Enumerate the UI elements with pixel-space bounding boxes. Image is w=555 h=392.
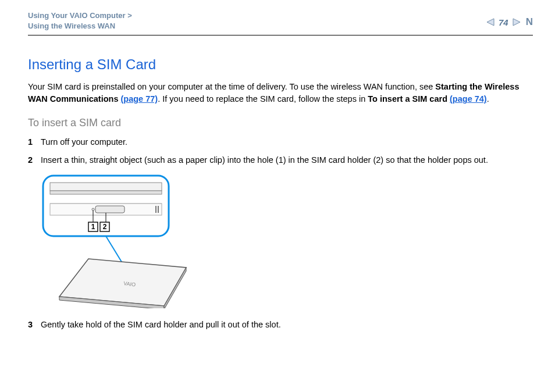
steps-list: 1 Turn off your computer. 2 Insert a thi… xyxy=(28,136,533,166)
step-text: Insert a thin, straight object (such as … xyxy=(41,154,488,166)
next-page-button[interactable] xyxy=(512,18,521,26)
link-insert-sim[interactable]: (page 74) xyxy=(450,94,487,104)
intro-paragraph: Your SIM card is preinstalled on your co… xyxy=(28,81,533,105)
triangle-right-icon xyxy=(512,18,521,26)
step-item: 1 Turn off your computer. xyxy=(28,136,533,148)
steps-list-cont: 3 Gently take hold of the SIM card holde… xyxy=(28,319,533,331)
step-number: 2 xyxy=(28,154,41,166)
svg-rect-4 xyxy=(50,191,162,194)
intro-text2: . If you need to replace the SIM card, f… xyxy=(158,94,368,104)
sim-card-diagram: 1 2 VAIO xyxy=(42,174,193,308)
breadcrumb-line2: Using the Wireless WAN xyxy=(28,22,115,30)
breadcrumb: Using Your VAIO Computer > Using the Wir… xyxy=(28,10,132,31)
page-nav: 74 N xyxy=(486,16,533,28)
breadcrumb-line1: Using Your VAIO Computer xyxy=(28,11,126,20)
top-bar: Using Your VAIO Computer > Using the Wir… xyxy=(28,10,533,35)
intro-text3: . xyxy=(487,94,489,104)
figure: 1 2 VAIO xyxy=(42,174,533,308)
triangle-left-icon xyxy=(486,18,495,26)
svg-marker-0 xyxy=(487,19,494,26)
step-item: 2 Insert a thin, straight object (such a… xyxy=(28,154,533,166)
svg-rect-3 xyxy=(50,183,162,191)
step-item: 3 Gently take hold of the SIM card holde… xyxy=(28,319,533,331)
prev-page-button[interactable] xyxy=(486,18,495,26)
n-label: N xyxy=(526,16,533,28)
callout-1: 1 xyxy=(91,223,95,231)
step-number: 3 xyxy=(28,319,41,331)
step-text: Turn off your computer. xyxy=(41,136,127,148)
laptop-illustration: VAIO xyxy=(59,259,186,308)
callout-2: 2 xyxy=(103,223,107,231)
svg-marker-1 xyxy=(513,19,520,26)
svg-rect-7 xyxy=(95,206,124,213)
link-starting-wwan[interactable]: (page 77) xyxy=(121,94,158,104)
chevron-right-icon: > xyxy=(127,11,132,20)
page-number: 74 xyxy=(499,17,508,27)
intro-bold2: To insert a SIM card xyxy=(368,94,450,104)
step-text: Gently take hold of the SIM card holder … xyxy=(41,319,281,331)
intro-text: Your SIM card is preinstalled on your co… xyxy=(28,82,435,91)
section-title: Inserting a SIM Card xyxy=(28,56,533,73)
subheading: To insert a SIM card xyxy=(28,117,533,129)
step-number: 1 xyxy=(28,136,41,148)
